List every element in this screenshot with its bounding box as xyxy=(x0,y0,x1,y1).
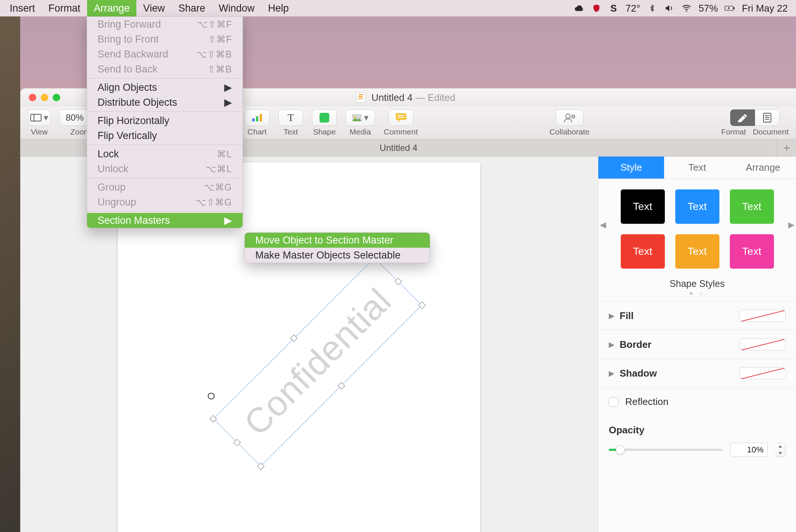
zoom-value: 80% xyxy=(66,112,84,123)
toolbar-chart-group: Chart xyxy=(245,109,269,136)
fill-swatch[interactable] xyxy=(739,310,786,322)
style-swatch[interactable]: Text xyxy=(675,189,719,224)
shape-button[interactable] xyxy=(312,109,337,126)
opacity-field[interactable]: 10% xyxy=(730,443,768,457)
clock-date[interactable]: Fri May 22 xyxy=(742,3,788,14)
fill-label: Fill xyxy=(620,310,739,322)
slider-knob[interactable] xyxy=(616,445,625,454)
styles-next-button[interactable]: ▶ xyxy=(788,220,795,230)
shadow-label: Shadow xyxy=(620,368,739,379)
opacity-stepper[interactable] xyxy=(775,443,786,457)
border-swatch[interactable] xyxy=(739,338,786,350)
media-button[interactable]: ▾ xyxy=(346,109,375,126)
submenu-arrow-icon: ▶ xyxy=(224,96,232,108)
disclosure-triangle-icon[interactable]: ▶ xyxy=(609,340,614,349)
toolbar-view-group: ▾ View xyxy=(28,109,50,136)
inspector-tab-text[interactable]: Text xyxy=(664,157,730,179)
style-swatch[interactable]: Text xyxy=(675,234,719,269)
view-button[interactable]: ▾ xyxy=(28,109,50,126)
menu-make-master-selectable[interactable]: Make Master Objects Selectable xyxy=(245,248,430,263)
chart-button[interactable] xyxy=(245,109,269,126)
reflection-row[interactable]: Reflection xyxy=(598,387,796,416)
system-menubar: Insert Format Arrange View Share Window … xyxy=(0,0,796,16)
window-controls xyxy=(21,94,60,101)
disclosure-triangle-icon[interactable]: ▶ xyxy=(609,311,614,320)
toolbar-media-label: Media xyxy=(349,127,371,136)
menu-insert[interactable]: Insert xyxy=(3,0,42,16)
comment-button[interactable] xyxy=(389,109,413,126)
style-swatch[interactable]: Text xyxy=(730,234,774,269)
border-row[interactable]: ▶ Border xyxy=(598,330,796,359)
shadow-row[interactable]: ▶ Shadow xyxy=(598,359,796,387)
svg-point-16 xyxy=(354,116,356,118)
menu-lock[interactable]: Lock⌘L xyxy=(87,146,243,161)
menu-window[interactable]: Window xyxy=(212,0,261,16)
temperature-status[interactable]: 72° xyxy=(626,3,640,14)
bluetooth-icon[interactable] xyxy=(647,3,657,13)
desktop-background xyxy=(0,16,20,532)
menu-unlock[interactable]: Unlock⌥⌘L xyxy=(87,161,243,176)
document-button[interactable] xyxy=(755,109,780,126)
svg-point-20 xyxy=(566,114,570,118)
menu-move-to-section-master[interactable]: Move Object to Section Master xyxy=(245,233,430,248)
styles-prev-button[interactable]: ◀ xyxy=(600,220,606,230)
document-edited-suffix: — Edited xyxy=(413,92,455,103)
style-swatch[interactable]: Text xyxy=(621,234,665,269)
menu-view[interactable]: View xyxy=(136,0,172,16)
menu-flip-vertical[interactable]: Flip Vertically xyxy=(87,128,243,143)
toolbar-comment-group: Comment xyxy=(384,109,418,136)
border-label: Border xyxy=(620,339,739,350)
reflection-label: Reflection xyxy=(625,396,786,408)
toolbar-text-group: T Text xyxy=(278,109,303,136)
volume-icon[interactable] xyxy=(664,3,675,13)
svg-rect-2 xyxy=(734,7,735,9)
menu-send-backward[interactable]: Send Backward⌥⇧⌘B xyxy=(87,47,243,62)
inspector-tab-style[interactable]: Style xyxy=(598,157,664,179)
s-icon[interactable]: S xyxy=(608,3,619,13)
wifi-icon[interactable] xyxy=(681,3,692,13)
menu-distribute-objects[interactable]: Distribute Objects▶ xyxy=(87,95,243,110)
system-status-area: S 72° 57% Fri May 22 xyxy=(574,3,793,14)
shadow-swatch[interactable] xyxy=(739,367,786,379)
svg-rect-17 xyxy=(396,113,406,120)
menu-help[interactable]: Help xyxy=(261,0,296,16)
shield-icon[interactable] xyxy=(591,3,602,13)
svg-rect-13 xyxy=(260,114,262,121)
svg-rect-3 xyxy=(31,114,41,121)
menu-bring-forward[interactable]: Bring Forward⌥⇧⌘F xyxy=(87,17,243,32)
battery-icon[interactable] xyxy=(725,3,735,13)
text-button[interactable]: T xyxy=(278,109,303,126)
menu-bring-to-front[interactable]: Bring to Front⇧⌘F xyxy=(87,32,243,47)
collaborate-button[interactable] xyxy=(556,109,583,126)
toolbar-text-label: Text xyxy=(284,127,298,136)
disclosure-triangle-icon[interactable]: ▶ xyxy=(609,369,614,378)
shape-styles-caption: Shape Styles xyxy=(609,278,786,289)
minimize-window-button[interactable] xyxy=(41,94,48,101)
menu-send-to-back[interactable]: Send to Back⇧⌘B xyxy=(87,62,243,77)
toolbar-format-document-group: FormatDocument xyxy=(721,109,789,136)
cloud-icon[interactable] xyxy=(574,3,584,13)
toolbar-collaborate-label: Collaborate xyxy=(549,127,589,136)
format-button[interactable] xyxy=(730,109,755,126)
new-tab-button[interactable]: ＋ xyxy=(777,139,796,156)
document-name: Untitled 4 xyxy=(371,92,413,103)
battery-percent[interactable]: 57% xyxy=(698,3,718,14)
menu-section-masters[interactable]: Section Masters▶ xyxy=(87,213,243,228)
menu-share[interactable]: Share xyxy=(172,0,212,16)
menu-arrange[interactable]: Arrange xyxy=(87,0,136,16)
zoom-window-button[interactable] xyxy=(53,94,60,101)
opacity-slider[interactable] xyxy=(609,449,723,451)
menu-align-objects[interactable]: Align Objects▶ xyxy=(87,80,243,95)
menu-group[interactable]: Group⌥⌘G xyxy=(87,180,243,195)
menu-ungroup[interactable]: Ungroup⌥⇧⌘G xyxy=(87,195,243,210)
inspector-tab-arrange[interactable]: Arrange xyxy=(730,157,796,179)
close-window-button[interactable] xyxy=(29,94,36,101)
menu-flip-horizontal[interactable]: Flip Horizontally xyxy=(87,113,243,128)
reflection-checkbox[interactable] xyxy=(609,397,618,407)
style-swatch[interactable]: Text xyxy=(621,189,665,224)
style-swatch[interactable]: Text xyxy=(730,189,774,224)
fill-row[interactable]: ▶ Fill xyxy=(598,301,796,330)
menu-format[interactable]: Format xyxy=(42,0,87,16)
page-dots[interactable]: ● ○ xyxy=(609,290,786,297)
svg-point-0 xyxy=(686,10,687,12)
